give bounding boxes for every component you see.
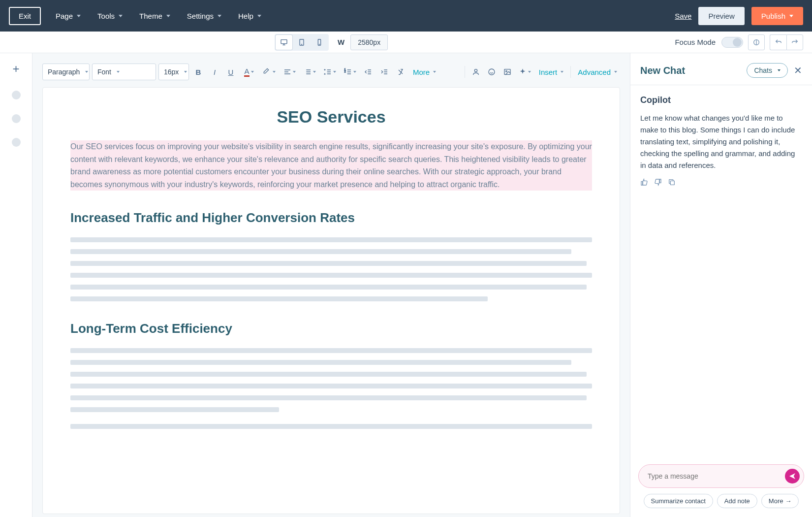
skeleton-line (70, 407, 279, 412)
highlight-button[interactable] (260, 65, 278, 79)
chevron-down-icon (333, 71, 336, 73)
svg-point-2 (302, 44, 302, 44)
chip-summarize[interactable]: Summarize contact (644, 494, 713, 508)
svg-rect-0 (281, 39, 287, 43)
advanced-menu[interactable]: Advanced (575, 68, 620, 76)
sparkle-icon (519, 68, 527, 76)
outdent-button[interactable] (361, 65, 375, 79)
close-button[interactable]: ✕ (794, 65, 802, 76)
svg-text:2: 2 (344, 70, 345, 73)
preview-button[interactable]: Preview (698, 7, 744, 25)
emoji-button[interactable] (485, 65, 499, 79)
chats-dropdown[interactable]: Chats (747, 63, 788, 78)
menu-settings[interactable]: Settings (187, 12, 221, 20)
skeleton-line (70, 360, 571, 365)
svg-point-9 (489, 69, 495, 75)
font-select-label: Font (97, 68, 111, 76)
chevron-down-icon (77, 15, 81, 17)
menu-help[interactable]: Help (238, 12, 261, 20)
chevron-down-icon (119, 15, 123, 17)
rail-item-3[interactable] (12, 138, 21, 147)
chevron-down-icon (313, 71, 316, 73)
mobile-icon (315, 38, 323, 46)
image-button[interactable] (500, 65, 514, 79)
redo-button[interactable] (786, 34, 803, 50)
ai-button[interactable] (516, 65, 534, 79)
format-toolbar: Paragraph Font 16px B I U A 12 More Inse… (42, 61, 620, 83)
menu-tools[interactable]: Tools (97, 12, 123, 20)
indent-button[interactable] (377, 65, 391, 79)
skeleton-line (70, 249, 571, 254)
paragraph-select-label: Paragraph (48, 68, 80, 76)
line-height-button[interactable] (321, 65, 339, 79)
paragraph-select[interactable]: Paragraph (42, 64, 90, 80)
underline-icon: U (228, 68, 234, 76)
add-block-button[interactable]: + (12, 62, 19, 76)
italic-button[interactable]: I (208, 65, 221, 79)
chevron-down-icon (218, 15, 221, 17)
align-button[interactable] (281, 65, 298, 79)
send-icon (788, 472, 796, 480)
save-link[interactable]: Save (675, 12, 691, 20)
skeleton-line (70, 237, 592, 242)
text-color-button[interactable]: A (240, 65, 258, 79)
chat-footer: Summarize contact Add note More → (630, 457, 812, 517)
thumbs-up-button[interactable] (640, 178, 648, 188)
size-select[interactable]: 16px (158, 64, 189, 80)
chip-add-note[interactable]: Add note (717, 494, 757, 508)
device-mobile-button[interactable] (311, 35, 328, 50)
contrast-button[interactable] (748, 34, 765, 50)
chevron-down-icon (85, 71, 88, 73)
copilot-message: Let me know what changes you'd like me t… (640, 112, 802, 171)
copilot-name: Copilot (640, 95, 802, 105)
menu-page[interactable]: Page (56, 12, 81, 20)
chevron-down-icon (251, 71, 254, 73)
more-format-button[interactable]: More (410, 68, 439, 76)
undo-icon (775, 38, 782, 46)
publish-label: Publish (761, 12, 785, 20)
clear-format-icon (397, 68, 405, 76)
device-desktop-button[interactable] (276, 35, 292, 50)
undo-button[interactable] (770, 34, 786, 50)
size-select-label: 16px (164, 68, 179, 76)
underline-button[interactable]: U (224, 65, 238, 79)
copy-button[interactable] (668, 178, 676, 188)
publish-button[interactable]: Publish (751, 7, 803, 25)
width-input[interactable] (350, 34, 388, 50)
svg-point-11 (505, 70, 507, 72)
indent-icon (380, 68, 388, 76)
bold-button[interactable]: B (191, 65, 205, 79)
insert-menu[interactable]: Insert (536, 68, 567, 76)
chat-body: Copilot Let me know what changes you'd l… (630, 85, 812, 457)
skeleton-line (70, 395, 587, 400)
chat-input[interactable] (648, 472, 785, 480)
list-button[interactable] (301, 65, 318, 79)
chip-more[interactable]: More → (761, 494, 799, 508)
page-canvas[interactable]: SEO Services Our SEO services focus on i… (42, 87, 620, 514)
send-button[interactable] (785, 469, 800, 484)
thumbs-down-button[interactable] (654, 178, 662, 188)
desktop-icon (280, 38, 288, 46)
focus-mode-toggle[interactable] (721, 37, 743, 48)
font-select[interactable]: Font (92, 64, 156, 80)
skeleton-line (70, 261, 587, 266)
menu-theme-label: Theme (139, 12, 162, 20)
skeleton-line (70, 296, 488, 301)
advanced-label: Advanced (578, 68, 611, 76)
skeleton-line (70, 348, 592, 353)
device-tablet-button[interactable] (293, 35, 310, 50)
personalize-button[interactable] (469, 65, 483, 79)
exit-button[interactable]: Exit (9, 7, 41, 25)
chevron-down-icon (293, 71, 296, 73)
menu-page-label: Page (56, 12, 73, 20)
svg-point-8 (474, 69, 477, 72)
chats-label: Chats (754, 66, 772, 74)
align-left-icon (283, 68, 291, 76)
intro-paragraph: Our SEO services focus on improving your… (70, 140, 592, 191)
rail-item-2[interactable] (12, 114, 21, 123)
menu-theme[interactable]: Theme (139, 12, 170, 20)
rail-item-1[interactable] (12, 91, 21, 99)
clear-format-button[interactable] (394, 65, 407, 79)
chevron-down-icon (273, 71, 276, 73)
numbered-list-button[interactable]: 12 (341, 65, 359, 79)
